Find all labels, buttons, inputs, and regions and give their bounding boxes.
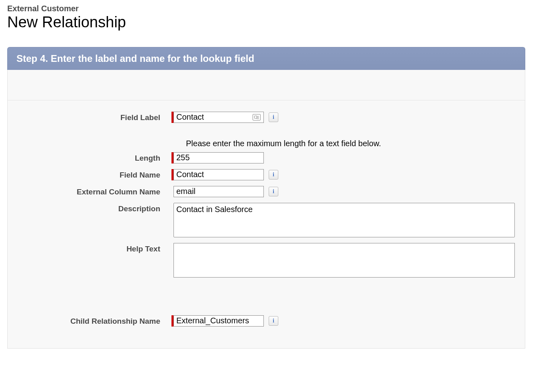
info-icon-external-column[interactable]: i	[269, 187, 278, 196]
form-area: Field Label i Please enter the maximum l…	[8, 100, 525, 348]
label-external-column: External Column Name	[8, 186, 171, 196]
field-name-input[interactable]	[173, 169, 264, 180]
info-icon-child-relationship[interactable]: i	[269, 316, 278, 326]
description-input[interactable]: Contact in Salesforce	[173, 203, 515, 237]
step-header: Step 4. Enter the label and name for the…	[7, 47, 525, 70]
row-external-column: External Column Name i	[8, 186, 525, 197]
label-field-name: Field Name	[8, 169, 171, 180]
length-input[interactable]	[173, 152, 264, 163]
label-length: Length	[8, 152, 171, 163]
info-icon-field-name[interactable]: i	[269, 170, 278, 180]
breadcrumb: External Customer	[7, 4, 555, 13]
contact-card-icon	[253, 114, 261, 120]
row-child-relationship: Child Relationship Name i	[8, 315, 525, 327]
label-description: Description	[8, 203, 171, 213]
child-relationship-input[interactable]	[173, 315, 264, 327]
length-hint-text: Please enter the maximum length for a te…	[8, 129, 525, 152]
row-help-text: Help Text	[8, 243, 525, 278]
info-icon-field-label[interactable]: i	[269, 112, 278, 122]
page-title: New Relationship	[7, 14, 555, 31]
row-description: Description Contact in Salesforce	[8, 203, 525, 237]
wizard-panel: Step 4. Enter the label and name for the…	[7, 47, 525, 349]
row-field-label: Field Label i	[8, 112, 525, 123]
field-label-input[interactable]	[173, 112, 264, 123]
external-column-input[interactable]	[173, 186, 264, 197]
label-help-text: Help Text	[8, 243, 171, 253]
panel-body: Field Label i Please enter the maximum l…	[7, 70, 525, 349]
help-text-input[interactable]	[173, 243, 515, 278]
row-length: Length	[8, 152, 525, 163]
panel-toolbar-spacer	[8, 70, 525, 100]
label-child-relationship: Child Relationship Name	[8, 315, 171, 326]
page-header: External Customer New Relationship	[0, 0, 555, 35]
section-gap	[8, 283, 525, 315]
label-field-label: Field Label	[8, 112, 171, 122]
row-field-name: Field Name i	[8, 169, 525, 180]
